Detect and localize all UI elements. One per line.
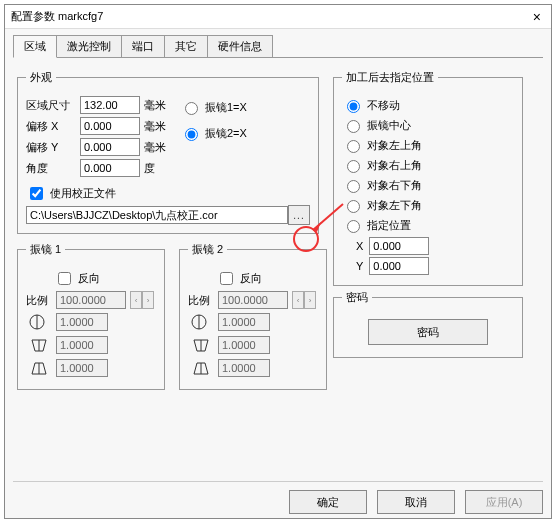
input-galvo1-coef3 [56, 359, 108, 377]
check-galvo1-reverse[interactable]: 反向 [54, 269, 156, 288]
check-use-correction-file[interactable]: 使用校正文件 [26, 184, 310, 203]
check-galvo2-reverse-input[interactable] [220, 272, 233, 285]
unit-mm-2: 毫米 [144, 119, 170, 134]
cancel-button[interactable]: 取消 [377, 490, 455, 514]
tab-laser-control[interactable]: 激光控制 [56, 35, 122, 57]
tab-area[interactable]: 区域 [13, 35, 57, 58]
radio-mirror1[interactable]: 振镜1=X [180, 99, 247, 115]
shape-trap-up-icon [26, 335, 52, 355]
input-galvo1-coef2 [56, 336, 108, 354]
group-post-position: 加工后去指定位置 不移动 振镜中心 对象左上角 对象右上角 对象右下角 对象左下… [333, 70, 523, 286]
ellipsis-icon: ... [293, 210, 304, 221]
radio-pos-specified[interactable]: 指定位置 [342, 217, 514, 233]
check-galvo2-reverse[interactable]: 反向 [216, 269, 318, 288]
radio-pos-center[interactable]: 振镜中心 [342, 117, 514, 133]
shape-trap-up-icon [188, 335, 214, 355]
radio-pos-nomove[interactable]: 不移动 [342, 97, 514, 113]
step-dec-icon[interactable]: ‹ [130, 291, 142, 309]
label-galvo2-ratio: 比例 [188, 293, 214, 308]
unit-deg: 度 [144, 161, 170, 176]
input-correction-file-path[interactable] [26, 206, 288, 224]
input-pos-y[interactable] [369, 257, 429, 275]
input-galvo2-coef1 [218, 313, 270, 331]
input-offset-y[interactable] [80, 138, 140, 156]
radio-pos-topright[interactable]: 对象右上角 [342, 157, 514, 173]
shape-trap-down-icon [188, 358, 214, 378]
close-icon[interactable]: × [529, 9, 545, 25]
radio-pos-topleft[interactable]: 对象左上角 [342, 137, 514, 153]
radio-pos-bottomright[interactable]: 对象右下角 [342, 177, 514, 193]
shape-trap-down-icon [26, 358, 52, 378]
input-offset-x[interactable] [80, 117, 140, 135]
label-pos-y: Y [356, 260, 363, 272]
password-button[interactable]: 密码 [368, 319, 488, 345]
step-inc-icon[interactable]: › [304, 291, 316, 309]
apply-button[interactable]: 应用(A) [465, 490, 543, 514]
input-galvo2-coef3 [218, 359, 270, 377]
group-password-legend: 密码 [342, 290, 372, 305]
check-galvo1-reverse-label: 反向 [78, 271, 100, 286]
group-appearance-legend: 外观 [26, 70, 56, 85]
label-galvo1-ratio: 比例 [26, 293, 52, 308]
group-password: 密码 密码 [333, 290, 523, 358]
tab-port[interactable]: 端口 [121, 35, 165, 57]
label-pos-x: X [356, 240, 363, 252]
group-galvo1-legend: 振镜 1 [26, 242, 65, 257]
input-angle[interactable] [80, 159, 140, 177]
group-post-position-legend: 加工后去指定位置 [342, 70, 438, 85]
input-galvo2-ratio [218, 291, 288, 309]
group-galvo1: 振镜 1 反向 比例 ‹› [17, 242, 165, 390]
tab-strip: 区域 激光控制 端口 其它 硬件信息 [5, 29, 551, 57]
dialog-button-bar: 确定 取消 应用(A) [13, 481, 543, 514]
unit-mm-1: 毫米 [144, 98, 170, 113]
radio-mirror1-input[interactable] [185, 102, 198, 115]
input-pos-x[interactable] [369, 237, 429, 255]
ok-button[interactable]: 确定 [289, 490, 367, 514]
label-offset-x: 偏移 X [26, 119, 76, 134]
check-use-correction-file-input[interactable] [30, 187, 43, 200]
radio-mirror1-label: 振镜1=X [205, 100, 247, 115]
check-galvo2-reverse-label: 反向 [240, 271, 262, 286]
group-appearance: 外观 区域尺寸 毫米 偏移 X 毫米 [17, 70, 319, 234]
unit-mm-3: 毫米 [144, 140, 170, 155]
shape-circle-icon [188, 312, 214, 332]
radio-pos-bottomleft[interactable]: 对象左下角 [342, 197, 514, 213]
step-dec-icon[interactable]: ‹ [292, 291, 304, 309]
label-area-size: 区域尺寸 [26, 98, 76, 113]
label-offset-y: 偏移 Y [26, 140, 76, 155]
input-area-size[interactable] [80, 96, 140, 114]
dialog-window: 配置参数 markcfg7 × 区域 激光控制 端口 其它 硬件信息 外观 区域… [4, 4, 552, 519]
label-angle: 角度 [26, 161, 76, 176]
group-galvo2-legend: 振镜 2 [188, 242, 227, 257]
input-galvo1-coef1 [56, 313, 108, 331]
tab-hardware-info[interactable]: 硬件信息 [207, 35, 273, 57]
check-use-correction-file-label: 使用校正文件 [50, 186, 116, 201]
check-galvo1-reverse-input[interactable] [58, 272, 71, 285]
group-galvo2: 振镜 2 反向 比例 ‹› [179, 242, 327, 390]
input-galvo2-coef2 [218, 336, 270, 354]
tab-content: 外观 区域尺寸 毫米 偏移 X 毫米 [5, 58, 551, 478]
radio-mirror2[interactable]: 振镜2=X [180, 125, 247, 141]
titlebar: 配置参数 markcfg7 × [5, 5, 551, 29]
input-galvo1-ratio [56, 291, 126, 309]
browse-button[interactable]: ... [288, 205, 310, 225]
shape-circle-icon [26, 312, 52, 332]
tab-other[interactable]: 其它 [164, 35, 208, 57]
step-inc-icon[interactable]: › [142, 291, 154, 309]
radio-mirror2-label: 振镜2=X [205, 126, 247, 141]
window-title: 配置参数 markcfg7 [11, 9, 103, 24]
radio-mirror2-input[interactable] [185, 128, 198, 141]
